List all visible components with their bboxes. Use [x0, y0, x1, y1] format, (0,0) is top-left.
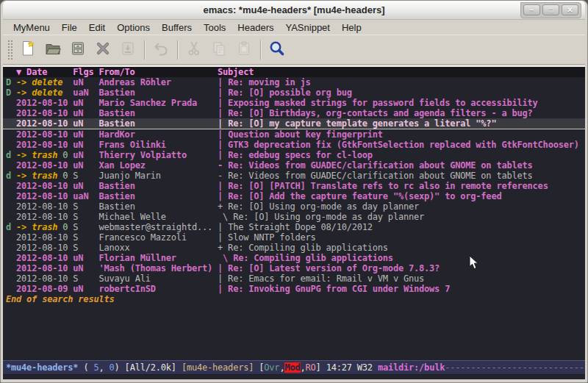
toolbar-grip-handle[interactable] [7, 39, 13, 61]
text-segment: uN [73, 150, 83, 160]
message-row[interactable]: d -> trash 0 S Juanjo Marin - Re: Videos… [3, 171, 585, 181]
maximize-button[interactable]: □ [542, 4, 559, 15]
text-segment: d [6, 171, 16, 181]
dired-icon [69, 40, 87, 60]
text-segment: uaN [73, 191, 88, 201]
text-segment: uN [73, 284, 83, 294]
close-button[interactable]: ✕ [562, 4, 578, 15]
text-segment: 2012-08-10 [16, 253, 68, 263]
message-row[interactable]: D -> delete uaN Bastien | Re: [O] possib… [3, 87, 585, 98]
message-row[interactable]: 2012-08-10 uN Mario Sanchez Prada | Expo… [3, 98, 585, 108]
title-bar[interactable]: emacs: *mu4e-headers* [mu4e-headers] −□✕ [3, 1, 585, 20]
search-button[interactable] [266, 39, 288, 61]
message-row[interactable]: d -> trash 0 S webmaster@straightd... | … [3, 222, 585, 232]
message-row[interactable]: 2012-08-10 uN Xan Lopez - Re: Videos fro… [3, 160, 585, 171]
text-segment: Xan Lopez [98, 160, 145, 171]
mode-line: *mu4e-headers* ( 5, 0) [All/2.0k] [mu4e-… [3, 360, 585, 375]
message-row[interactable]: 2012-08-09 uN robertcInSD | Re: Invoking… [3, 284, 585, 294]
text-segment: Bastien [98, 201, 135, 212]
menu-item-yasnippet[interactable]: YASnippet [279, 21, 335, 35]
echo-area[interactable] [3, 375, 585, 379]
save-buffer-icon [119, 40, 137, 60]
message-row[interactable]: 2012-08-10 S Suvayu Ali | Re: Emacs for … [3, 273, 585, 284]
text-segment [166, 212, 218, 222]
text-segment: Bastien [98, 191, 135, 201]
text-segment: | Re: [O] possible org bug [218, 87, 352, 98]
text-segment [130, 243, 218, 253]
text-segment: | Question about key fingerprint [218, 129, 383, 140]
text-segment: | Re: [O] Latest version of Org-mode 7.8… [218, 263, 440, 273]
dired-button[interactable] [67, 39, 89, 61]
message-row[interactable]: 2012-08-10 S Francesco Mazzoli | Slow NN… [3, 232, 585, 243]
menu-item-headers[interactable]: Headers [232, 21, 279, 35]
text-segment: Mario Sanchez Prada [98, 98, 196, 108]
minimize-button[interactable]: − [523, 4, 540, 15]
column-headers-text [6, 67, 16, 77]
new-file-button[interactable] [17, 39, 39, 61]
text-segment: | Re: [O] Birthdays, org-contacts and ag… [218, 108, 533, 118]
message-row[interactable]: d -> trash 0 uN Thierry Volpiatto | Re: … [3, 150, 585, 160]
menu-item-file[interactable]: File [56, 21, 83, 35]
message-row[interactable]: 2012-08-10 uN Bastien | Re: [O] Birthday… [3, 108, 585, 118]
text-segment: Mod [284, 362, 300, 373]
text-segment [78, 201, 98, 212]
message-row[interactable]: 2012-08-10 uN HardKor | Question about k… [3, 129, 585, 140]
message-row[interactable]: 2012-08-10 uN Florian Müllner \ Re: Comp… [3, 253, 585, 263]
message-row[interactable]: 2012-08-10 uN Frans Oilinki | GTK3 depre… [3, 140, 585, 150]
text-segment [83, 284, 98, 294]
text-segment: , [98, 362, 109, 373]
kill-buffer-button[interactable] [92, 39, 114, 61]
tool-bar [3, 35, 585, 65]
copy-icon [210, 40, 228, 60]
text-segment [6, 212, 16, 222]
menu-item-tools[interactable]: Tools [198, 21, 232, 35]
text-segment: 2012-08-10 [16, 201, 68, 212]
paste-icon [235, 40, 253, 60]
text-segment: Bastien [98, 118, 135, 129]
undo-button [150, 39, 172, 61]
text-segment: RO [306, 362, 316, 373]
menu-item-mymenu[interactable]: MyMenu [7, 21, 56, 35]
message-row[interactable]: 2012-08-10 uN Bastien | Re: [O] [PATCH] … [3, 181, 585, 191]
text-segment: uN [73, 129, 83, 140]
menu-item-help[interactable]: Help [336, 21, 368, 35]
text-segment: Michael Welle [98, 212, 165, 222]
menu-item-edit[interactable]: Edit [83, 21, 111, 35]
text-segment: -> trash [16, 150, 57, 160]
text-segment [78, 232, 98, 243]
text-segment [166, 140, 218, 150]
emacs-frame: ▼ Date Flgs From/To Subject D -> delete … [3, 65, 585, 379]
menu-bar: MyMenuFileEditOptionsBuffersToolsHeaders… [3, 20, 585, 35]
text-segment: uaN [73, 87, 88, 98]
text-segment: HardKor [98, 129, 135, 140]
text-segment: d [6, 222, 16, 232]
text-segment [83, 98, 98, 108]
text-segment [187, 150, 218, 160]
text-segment: + Re: Compiling glib applications [218, 243, 388, 253]
message-row[interactable]: 2012-08-10 uaN Bastien | Re: [O] Add the… [3, 191, 585, 201]
text-segment [176, 253, 218, 263]
text-segment [83, 118, 98, 129]
message-row[interactable]: 2012-08-10 S Lanoxx + Re: Compiling glib… [3, 243, 585, 253]
text-segment [135, 118, 218, 129]
message-row[interactable]: 2012-08-10 S Bastien + Re: [O] Using org… [3, 201, 585, 212]
text-segment: Juanjo Marin [99, 171, 161, 181]
text-segment [6, 98, 16, 108]
open-file-button[interactable] [42, 39, 64, 61]
menu-item-options[interactable]: Options [111, 21, 156, 35]
search-icon [268, 40, 286, 60]
text-segment: webmaster@straightd... [99, 222, 213, 232]
text-segment: + Re: [O] Using org-mode as day planner [218, 201, 419, 212]
text-segment [78, 243, 98, 253]
message-row-current[interactable]: 2012-08-10 uN Bastien | Re: [O] my captu… [3, 118, 585, 129]
message-row[interactable]: 2012-08-10 uN 'Mash (Thomas Herbert) | R… [3, 263, 585, 273]
text-segment: 2012-08-10 [16, 181, 68, 191]
text-segment [6, 160, 16, 171]
headers-column-row: ▼ Date Flgs From/To Subject [3, 67, 585, 77]
text-segment: robertcInSD [98, 284, 155, 294]
message-row[interactable]: D -> delete uN Andreas Röhler | Re: movi… [3, 77, 585, 87]
text-segment: Bastien [98, 108, 135, 118]
text-segment [83, 150, 98, 160]
menu-item-buffers[interactable]: Buffers [156, 21, 198, 35]
message-row[interactable]: 2012-08-10 S Michael Welle \ Re: [O] Usi… [3, 212, 585, 222]
